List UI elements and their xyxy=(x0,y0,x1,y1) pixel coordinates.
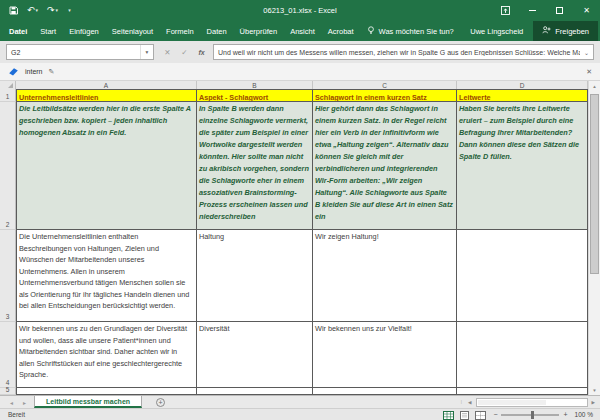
sensitivity-close-icon[interactable]: ✕ xyxy=(586,68,592,76)
page-break-preview-icon[interactable] xyxy=(475,406,486,420)
column-header-b[interactable]: B xyxy=(197,81,313,89)
plus-circle-icon: + xyxy=(156,398,165,407)
tab-start[interactable]: Start xyxy=(40,27,56,36)
tab-splitter-icon[interactable]: ⁞ xyxy=(460,399,462,405)
row-header-2[interactable]: 2 xyxy=(0,102,16,230)
cell-a3[interactable]: Die Unternehmensleitlinien enthalten Bes… xyxy=(16,230,197,322)
column-header-d[interactable]: D xyxy=(457,81,588,89)
select-all-corner[interactable] xyxy=(0,81,16,89)
previous-sheet-icon[interactable]: ◂ xyxy=(10,399,13,406)
tab-ansicht[interactable]: Ansicht xyxy=(290,27,315,36)
account-name[interactable]: Uwe Lingscheid xyxy=(470,27,523,36)
tab-acrobat[interactable]: Acrobat xyxy=(328,27,354,36)
name-box-dropdown-icon[interactable]: ▾ xyxy=(140,45,153,59)
formula-buttons: ✕ ✓ fx xyxy=(160,45,209,60)
table-row: 1 Unternehmensleitlinien Aspekt - Schlag… xyxy=(0,89,588,102)
edit-sensitivity-icon[interactable]: ✎ xyxy=(49,68,55,76)
row-header-3[interactable]: 3 xyxy=(0,230,16,322)
row-header-1[interactable]: 1 xyxy=(0,89,16,102)
cell-c3[interactable]: Wir zeigen Haltung! xyxy=(313,230,457,322)
vertical-scrollbar[interactable]: ▲ ▼ xyxy=(588,81,600,395)
cancel-icon[interactable]: ✕ xyxy=(160,45,175,60)
maximize-button[interactable] xyxy=(546,0,573,21)
column-header-row: A B C D xyxy=(0,81,588,89)
ribbon-display-options-icon[interactable] xyxy=(492,0,519,21)
window-controls: ✕ xyxy=(492,0,600,21)
scroll-right-icon[interactable]: ▶ xyxy=(590,400,597,405)
ribbon-tab-bar: Datei Start Einfügen Seitenlayout Formel… xyxy=(0,21,600,41)
ribbon-tabs: Datei Start Einfügen Seitenlayout Formel… xyxy=(0,27,354,36)
close-button[interactable]: ✕ xyxy=(573,0,600,21)
column-header-c[interactable]: C xyxy=(313,81,457,89)
undo-dropdown-icon[interactable]: ▾ xyxy=(36,8,39,13)
cell-c2[interactable]: Hier gehört dann das Schlagwort in einem… xyxy=(313,102,457,230)
scroll-down-icon[interactable]: ▼ xyxy=(589,385,600,395)
share-button[interactable]: Freigeben xyxy=(533,21,598,41)
tab-datei[interactable]: Datei xyxy=(9,27,27,36)
save-icon[interactable] xyxy=(9,6,18,15)
tab-ueberpruefen[interactable]: Überprüfen xyxy=(240,27,278,36)
cell-b4[interactable]: Diversität xyxy=(197,322,313,388)
name-box[interactable]: G2 ▾ xyxy=(6,44,154,60)
zoom-out-icon[interactable]: − xyxy=(493,411,497,418)
next-sheet-icon[interactable]: ▸ xyxy=(23,399,26,406)
cell-b1[interactable]: Aspekt - Schlagwort xyxy=(197,89,313,102)
horizontal-scroll-thumb[interactable] xyxy=(478,400,546,405)
cell-c1[interactable]: Schlagwort in einem kurzen Satz xyxy=(313,89,457,102)
cell-d4[interactable] xyxy=(457,322,588,388)
cell-c4[interactable]: Wir bekennen uns zur Vielfalt! xyxy=(313,322,457,388)
ribbon-right: Uwe Lingscheid Freigeben xyxy=(470,21,600,41)
cell-b2[interactable]: In Spalte B werden dann einzelne Schlagw… xyxy=(197,102,313,230)
cell-b5[interactable] xyxy=(197,388,313,395)
cell-d5[interactable] xyxy=(457,388,588,395)
row-header-5[interactable]: 5 xyxy=(0,388,16,395)
cell-d1[interactable]: Leitwerte xyxy=(457,89,588,102)
cell-a2[interactable]: Die Leitbildsätze werden hier in die ers… xyxy=(16,102,197,230)
normal-view-icon[interactable] xyxy=(443,406,454,420)
sensitivity-bar: intern ✎ ✕ xyxy=(0,63,600,81)
share-person-icon xyxy=(542,26,551,36)
tab-daten[interactable]: Daten xyxy=(207,27,227,36)
cell-a4[interactable]: Wir bekennen uns zu den Grundlagen der D… xyxy=(16,322,197,388)
page-layout-view-icon[interactable] xyxy=(459,406,470,420)
formula-input[interactable]: Und weil wir nicht um des Messens willen… xyxy=(213,44,594,60)
column-header-a[interactable]: A xyxy=(16,81,197,89)
zoom-in-icon[interactable]: + xyxy=(563,411,567,418)
minimize-button[interactable] xyxy=(519,0,546,21)
tab-formeln[interactable]: Formeln xyxy=(166,27,194,36)
enter-icon[interactable]: ✓ xyxy=(177,45,192,60)
tab-einfuegen[interactable]: Einfügen xyxy=(69,27,99,36)
title-bar: ↶▾ ↷▾ ▾ 06213_01.xlsx - Excel ✕ xyxy=(0,0,600,21)
table-row: 4 Wir bekennen uns zu den Grundlagen der… xyxy=(0,322,588,388)
cell-b3[interactable]: Haltung xyxy=(197,230,313,322)
zoom-slider-thumb[interactable] xyxy=(531,411,534,419)
cell-a1[interactable]: Unternehmensleitlinien xyxy=(16,89,197,102)
formula-bar: G2 ▾ ✕ ✓ fx Und weil wir nicht um des Me… xyxy=(0,41,600,63)
scroll-left-icon[interactable]: ◀ xyxy=(466,400,473,405)
zoom-level[interactable]: 100 % xyxy=(575,411,593,418)
undo-icon[interactable]: ↶▾ xyxy=(27,6,38,15)
redo-dropdown-icon[interactable]: ▾ xyxy=(56,8,59,13)
redo-icon[interactable]: ↷▾ xyxy=(47,6,58,15)
zoom-slider[interactable] xyxy=(501,414,559,416)
vertical-scroll-thumb[interactable] xyxy=(590,94,599,274)
cell-d3[interactable] xyxy=(457,230,588,322)
cell-d2[interactable]: Haben Sie bereits Ihre Leitwerte eruiert… xyxy=(457,102,588,230)
table-row: 5 ... xyxy=(0,388,588,395)
zoom-control: − + xyxy=(493,411,567,418)
row-header-4[interactable]: 4 xyxy=(0,322,16,388)
cell-a5[interactable]: ... xyxy=(16,388,197,395)
qat-customize-icon[interactable]: ▾ xyxy=(68,8,71,13)
expand-formula-bar-icon[interactable]: ⌄ xyxy=(580,49,593,56)
tab-seitenlayout[interactable]: Seitenlayout xyxy=(112,27,153,36)
table-row: 3 Die Unternehmensleitlinien enthalten B… xyxy=(0,230,588,322)
insert-function-icon[interactable]: fx xyxy=(194,45,209,60)
sheet-tab-active[interactable]: Leitbild messbar machen xyxy=(34,396,142,408)
cell-c5[interactable] xyxy=(313,388,457,395)
excel-window: ↶▾ ↷▾ ▾ 06213_01.xlsx - Excel ✕ Datei St… xyxy=(0,0,600,420)
sensitivity-label: intern xyxy=(25,68,43,75)
new-sheet-button[interactable]: + xyxy=(156,396,165,408)
formula-text: Und weil wir nicht um des Messens willen… xyxy=(214,49,580,56)
tell-me-box[interactable]: Was möchten Sie tun? xyxy=(367,26,454,37)
scroll-up-icon[interactable]: ▲ xyxy=(589,81,600,91)
